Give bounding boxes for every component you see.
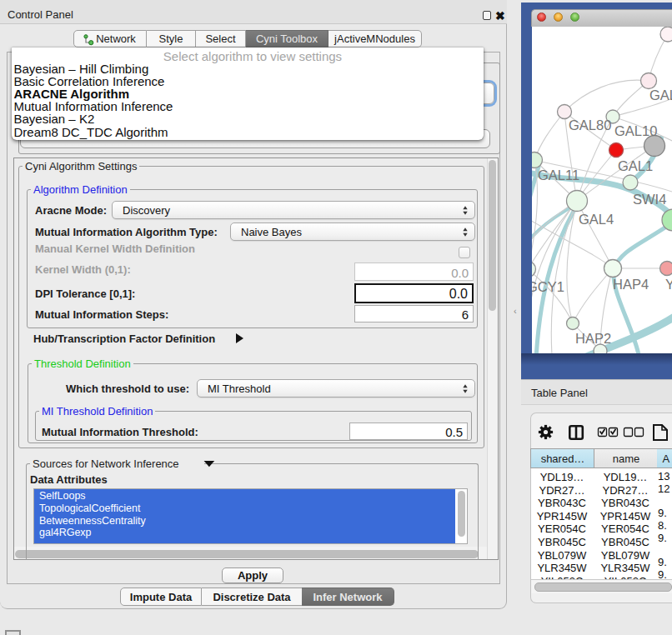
svg-text:GAL80: GAL80 (569, 118, 611, 132)
svg-text:GAL7: GAL7 (649, 88, 672, 102)
svg-text:HAP2: HAP2 (575, 331, 611, 346)
svg-text:HAP4: HAP4 (613, 277, 649, 292)
svg-text:GAL10: GAL10 (614, 123, 657, 138)
svg-text:SWI4: SWI4 (633, 192, 666, 207)
svg-text:GAL1: GAL1 (618, 158, 653, 173)
svg-text:GAL11: GAL11 (538, 168, 579, 182)
svg-text:YD: YD (665, 277, 672, 292)
svg-text:GCY1: GCY1 (532, 279, 564, 294)
svg-text:GAL4: GAL4 (579, 212, 614, 227)
